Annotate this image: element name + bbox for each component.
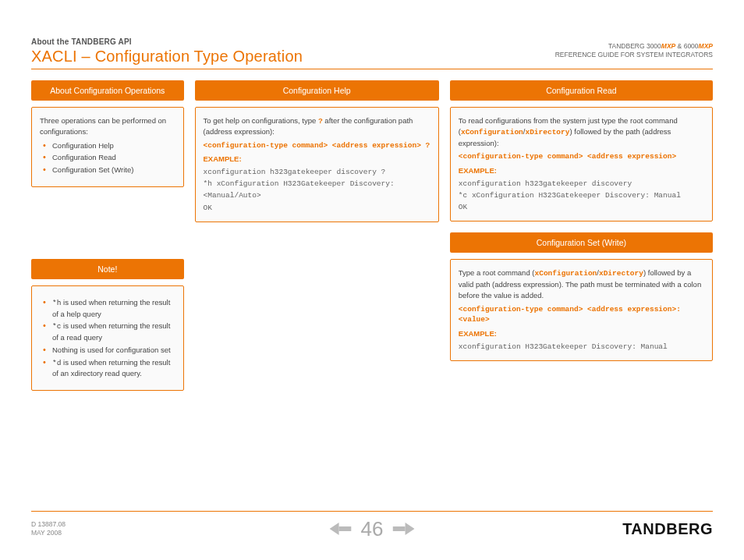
product-name-1: TANDBERG 3000 (608, 42, 661, 50)
note-li-2-code: *c (52, 322, 61, 331)
card-config-read: Configuration Read To read configuration… (450, 80, 713, 222)
arrow-right-icon (392, 521, 414, 537)
card-header-set: Configuration Set (Write) (450, 232, 713, 253)
card-header-read: Configuration Read (450, 80, 713, 101)
note-li-3: Nothing is used for configuration set (43, 345, 175, 356)
next-page-button[interactable] (392, 521, 414, 537)
read-code: xconfiguration h323gatekeeper discovery … (459, 178, 704, 214)
read-xconfig: xConfiguration (461, 128, 523, 136)
card-header-note: Note! (31, 259, 184, 279)
card-config-set: Configuration Set (Write) Type a root co… (450, 232, 713, 361)
product-meta: TANDBERG 3000MXP & 6000MXP REFERENCE GUI… (555, 42, 713, 59)
read-example-label: EXAMPLE: (459, 165, 704, 176)
column-right: Configuration Read To read configuration… (450, 80, 713, 391)
footer: D 13887.08 MAY 2008 46 TANDBERG (31, 511, 713, 541)
page-header: About the TANDBERG API XACLI – Configura… (31, 37, 713, 66)
note-li-4-text: is used when returning the result of an … (52, 358, 170, 378)
arrow-left-icon (330, 521, 352, 537)
mxp-2: MXP (699, 42, 713, 50)
amp: & (675, 42, 683, 50)
header-rule (31, 69, 713, 69)
set-intro: Type a root command (xConfiguration/xDir… (459, 268, 704, 300)
column-left: About Configuration Operations Three ope… (31, 80, 184, 391)
help-example-label: EXAMPLE: (204, 154, 430, 165)
svg-marker-3 (405, 523, 414, 535)
doc-id: D 13887.08 (31, 520, 66, 529)
doc-meta: D 13887.08 MAY 2008 (31, 520, 66, 537)
brand-logo: TANDBERG (622, 520, 713, 538)
svg-rect-2 (392, 526, 405, 531)
card-body-set: Type a root command (xConfiguration/xDir… (450, 259, 713, 361)
note-li-4: *d is used when returning the result of … (43, 357, 175, 380)
card-body-about: Three operations can be performed on con… (31, 107, 184, 187)
set-xconfig: xConfiguration (534, 269, 597, 278)
set-syntax: <configuration-type command> <address ex… (459, 304, 704, 326)
set-example-label: EXAMPLE: (459, 328, 704, 339)
help-syntax: <configuration-type command> <address ex… (204, 140, 430, 151)
doc-date: MAY 2008 (31, 529, 66, 537)
card-note: Note! *h is used when returning the resu… (31, 259, 184, 391)
svg-rect-1 (339, 526, 352, 531)
note-li-2-text: is used when returning the result of a r… (52, 321, 170, 342)
product-name-2: 6000 (684, 42, 699, 50)
pager: 46 (330, 517, 415, 541)
prev-page-button[interactable] (330, 521, 352, 537)
note-li-1-text: is used when returning the result of a h… (52, 298, 170, 318)
content-columns: About Configuration Operations Three ope… (31, 80, 713, 391)
set-code: xconfiguration H323Gatekeeper Discovery:… (459, 341, 704, 353)
read-intro: To read configurations from the system j… (459, 115, 704, 148)
read-xdirectory: xDirectory (525, 128, 569, 136)
footer-rule (31, 511, 713, 512)
note-li-1: *h is used when returning the result of … (43, 297, 175, 320)
svg-marker-0 (330, 523, 339, 535)
card-about-config-ops: About Configuration Operations Three ope… (31, 80, 184, 187)
card-config-help: Configuration Help To get help on config… (195, 80, 439, 222)
help-code: xconfiguration h323gatekeeper discovery … (204, 166, 430, 214)
read-syntax: <configuration-type command> <address ex… (459, 151, 704, 162)
card-body-read: To read configurations from the system j… (450, 107, 713, 222)
about-li-3: Configuration Set (Write) (43, 165, 175, 175)
note-li-4-code: *d (52, 359, 61, 367)
column-middle: Configuration Help To get help on config… (195, 80, 439, 391)
set-xdirectory: xDirectory (599, 269, 643, 278)
card-header-help: Configuration Help (195, 80, 439, 101)
about-intro: Three operations can be performed on con… (40, 115, 175, 137)
reference-guide-label: REFERENCE GUIDE FOR SYSTEM INTEGRATORS (555, 51, 713, 59)
about-list: Configuration Help Configuration Read Co… (40, 140, 175, 175)
about-li-1: Configuration Help (43, 140, 175, 151)
about-li-2: Configuration Read (43, 152, 175, 163)
page-number: 46 (361, 517, 384, 541)
card-header-about: About Configuration Operations (31, 80, 184, 101)
note-list: *h is used when returning the result of … (40, 297, 175, 379)
mxp-1: MXP (661, 42, 675, 50)
footer-row: D 13887.08 MAY 2008 46 TANDBERG (31, 516, 713, 541)
help-intro: To get help on configurations, type ? af… (204, 115, 430, 137)
note-li-2: *c is used when returning the result of … (43, 321, 175, 343)
card-body-note: *h is used when returning the result of … (31, 285, 184, 391)
note-li-1-code: *h (52, 299, 61, 307)
card-body-help: To get help on configurations, type ? af… (195, 107, 439, 222)
